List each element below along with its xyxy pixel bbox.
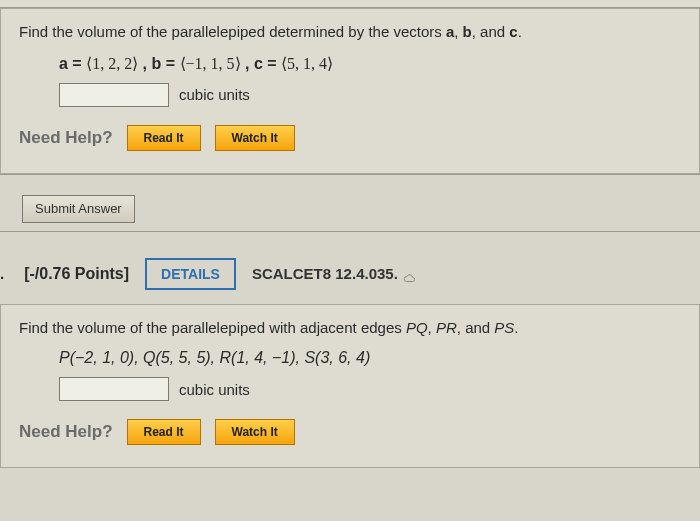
sep: , — [454, 23, 462, 40]
q2-answer-row: cubic units — [19, 375, 681, 411]
eq-c-val: ⟨5, 1, 4⟩ — [281, 55, 333, 72]
need-help-label: Need Help? — [19, 128, 113, 148]
list-prefix: . — [0, 265, 4, 282]
sep: . — [514, 319, 518, 336]
vector-c-label: c — [509, 23, 517, 40]
q1-help-row: Need Help? Read It Watch It — [19, 117, 681, 157]
top-divider — [0, 0, 700, 8]
edge-pq: PQ — [406, 319, 428, 336]
points-label: [-/0.76 Points] — [24, 265, 129, 283]
sep: . — [518, 23, 522, 40]
q2-units: cubic units — [179, 381, 250, 398]
q1-answer-input[interactable] — [59, 83, 169, 107]
eq-b-val: ⟨−1, 1, 5⟩ — [180, 55, 241, 72]
submit-row: Submit Answer — [0, 175, 700, 231]
q2-prompt-text: Find the volume of the parallelepiped wi… — [19, 319, 406, 336]
q2-prompt: Find the volume of the parallelepiped wi… — [19, 317, 681, 340]
eq-a-val: ⟨1, 2, 2⟩ — [86, 55, 138, 72]
q1-answer-row: cubic units — [19, 81, 681, 117]
read-it-button[interactable]: Read It — [127, 125, 201, 151]
q2-answer-input[interactable] — [59, 377, 169, 401]
watch-it-button[interactable]: Watch It — [215, 419, 295, 445]
q2-points-list: P(−2, 1, 0), Q(5, 5, 5), R(1, 4, −1), S(… — [19, 345, 681, 375]
read-it-button[interactable]: Read It — [127, 419, 201, 445]
vector-a-label: a — [446, 23, 454, 40]
question-1: Find the volume of the parallelepiped de… — [0, 8, 700, 174]
eq-a-pre: a = — [59, 55, 86, 72]
submit-answer-button[interactable]: Submit Answer — [22, 195, 135, 223]
sep: , and — [472, 23, 510, 40]
sep: , and — [457, 319, 495, 336]
textbook-ref: SCALCET8 12.4.035. — [252, 265, 416, 282]
q2-header: . [-/0.76 Points] DETAILS SCALCET8 12.4.… — [0, 232, 700, 304]
q1-prompt: Find the volume of the parallelepiped de… — [19, 21, 681, 44]
q1-units: cubic units — [179, 86, 250, 103]
q2-help-row: Need Help? Read It Watch It — [19, 411, 681, 451]
watch-it-button[interactable]: Watch It — [215, 125, 295, 151]
sep: , — [428, 319, 436, 336]
details-button[interactable]: DETAILS — [145, 258, 236, 290]
question-2: Find the volume of the parallelepiped wi… — [0, 304, 700, 469]
cloud-icon — [402, 269, 416, 279]
need-help-label: Need Help? — [19, 422, 113, 442]
eq-b-pre: , b = — [143, 55, 180, 72]
q1-vectors: a = ⟨1, 2, 2⟩ , b = ⟨−1, 1, 5⟩ , c = ⟨5,… — [19, 50, 681, 81]
edge-pr: PR — [436, 319, 457, 336]
textbook-ref-text: SCALCET8 12.4.035. — [252, 265, 398, 282]
eq-c-pre: , c = — [245, 55, 281, 72]
edge-ps: PS — [494, 319, 514, 336]
vector-b-label: b — [463, 23, 472, 40]
q1-prompt-text: Find the volume of the parallelepiped de… — [19, 23, 446, 40]
